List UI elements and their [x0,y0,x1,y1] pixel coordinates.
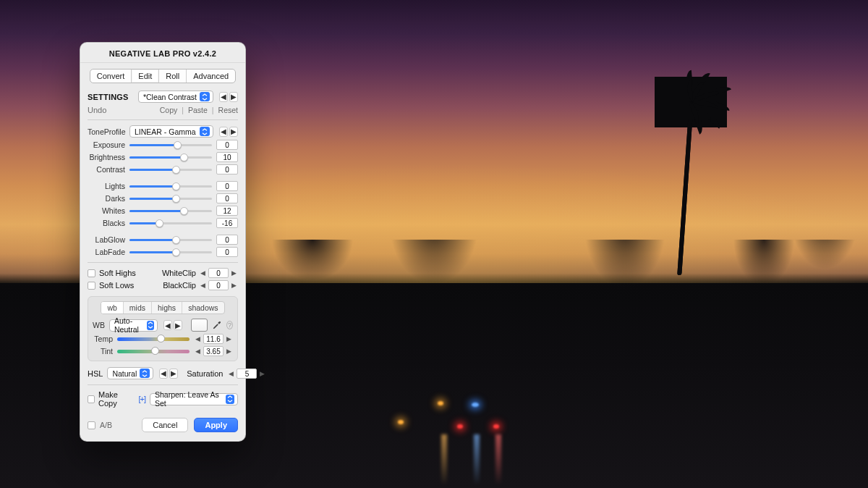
blacks-value: -16 [216,218,238,228]
temp-label: Temp [93,335,113,343]
labfade-slider[interactable] [129,247,212,257]
whiteclip-label: WhiteClip [162,269,196,277]
sharpen-value: Sharpen: Leave As Set [155,390,223,408]
settings-section: SETTINGS *Clean Contrast ◀ ▶ Undo Copy| … [80,88,245,412]
subtab-shadows[interactable]: shadows [182,302,224,314]
reflection-red [495,434,501,485]
blackclip-stepper[interactable]: ◀0▶ [199,280,238,290]
dialog-title: NEGATIVE LAB PRO v2.4.2 [109,49,217,58]
tone-prev[interactable]: ◀ [219,127,228,137]
exposure-label: Exposure [88,140,125,149]
darks-value: 0 [216,193,238,203]
hsl-prev[interactable]: ◀ [159,369,168,379]
brightness-slider[interactable] [129,152,212,162]
sharpen-select[interactable]: Sharpen: Leave As Set [150,393,238,405]
toneprofile-select[interactable]: LINEAR - Gamma [129,125,213,138]
soft-lows-label: Soft Lows [99,281,134,290]
copy-link[interactable]: Copy [160,106,178,114]
wb-subtabs: wb mids highs shadows [101,301,224,314]
vehicle-light-red [493,424,499,429]
vehicle-light-amber [398,420,404,424]
wb-swatch[interactable] [191,319,208,332]
lights-value: 0 [216,181,238,191]
preset-next[interactable]: ▶ [229,92,238,102]
tab-advanced[interactable]: Advanced [187,70,235,83]
tab-convert[interactable]: Convert [90,70,132,83]
caret-icon [147,321,154,330]
reflection-amber [441,434,447,485]
paste-link[interactable]: Paste [188,106,208,114]
wb-mode-select[interactable]: Auto-Neutral [109,319,158,332]
brightness-value: 10 [216,152,238,162]
main-tabs: Convert Edit Roll Advanced [90,69,236,83]
hsl-mode-value: Natural [112,369,137,378]
whites-value: 12 [216,206,238,216]
apply-button[interactable]: Apply [194,418,238,432]
darks-slider[interactable] [129,193,212,203]
wb-mode-value: Auto-Neutral [114,316,144,334]
contrast-label: Contrast [88,165,125,174]
wb-section: wb mids highs shadows WB Auto-Neutral ◀▶… [88,296,238,361]
preset-select[interactable]: *Clean Contrast [138,91,213,103]
settings-label: SETTINGS [88,93,129,101]
toneprofile-value: LINEAR - Gamma [135,127,197,136]
make-copy-check[interactable]: Make Copy [88,390,134,408]
palm-fronds-2 [665,85,716,120]
sharpen-bracket[interactable]: [+] [138,395,145,403]
darks-label: Darks [88,194,125,203]
labglow-slider[interactable] [129,235,212,245]
toneprofile-label: ToneProfile [88,127,125,136]
vehicle-light-red-2 [457,424,463,429]
subtab-wb[interactable]: wb [101,302,123,314]
hsl-next[interactable]: ▶ [169,369,178,379]
cancel-button[interactable]: Cancel [142,418,188,432]
caret-icon [200,127,210,136]
reset-link[interactable]: Reset [218,106,238,114]
hsl-mode-select[interactable]: Natural [107,367,153,379]
tab-roll[interactable]: Roll [159,70,187,83]
tone-next[interactable]: ▶ [229,127,238,137]
preset-prev[interactable]: ◀ [219,92,228,102]
soft-lows-check[interactable]: Soft Lows [88,281,134,290]
temp-slider[interactable] [117,334,190,344]
hsl-label: HSL [88,369,103,378]
whiteclip-stepper[interactable]: ◀0▶ [199,268,238,278]
temp-value: 11.6 [203,334,224,344]
preset-nav: ◀ ▶ [219,92,238,102]
wb-next[interactable]: ▶ [174,320,182,330]
wb-prev[interactable]: ◀ [163,320,172,330]
make-copy-label: Make Copy [98,390,134,408]
contrast-slider[interactable] [129,164,212,174]
vehicle-light-blue [472,403,479,407]
exposure-value: 0 [216,140,238,150]
help-icon[interactable]: ? [226,321,233,329]
exposure-slider[interactable] [129,140,212,150]
eyedropper-icon[interactable] [212,319,222,331]
undo-link[interactable]: Undo [88,106,106,114]
tint-value: 3.65 [203,346,224,356]
labglow-label: LabGlow [88,235,125,244]
blackclip-label: BlackClip [163,281,196,290]
dialog-footer: A/B Cancel Apply [80,412,245,441]
lights-slider[interactable] [129,181,212,191]
labfade-value: 0 [216,247,238,257]
subtab-mids[interactable]: mids [124,302,152,314]
nlp-dialog: NEGATIVE LAB PRO v2.4.2 Convert Edit Rol… [80,42,246,442]
whites-label: Whites [88,206,125,215]
brightness-label: Brightness [88,153,125,161]
soft-highs-check[interactable]: Soft Highs [88,269,136,277]
saturation-label: Saturation [187,369,223,378]
soft-highs-label: Soft Highs [99,269,136,277]
tint-slider[interactable] [117,346,190,356]
caret-icon [140,369,150,378]
lights-label: Lights [88,182,125,190]
labglow-value: 0 [216,235,238,245]
titlebar: NEGATIVE LAB PRO v2.4.2 [80,43,245,63]
tab-edit[interactable]: Edit [132,70,159,83]
blacks-slider[interactable] [129,218,212,228]
subtab-highs[interactable]: highs [152,302,182,314]
saturation-stepper[interactable]: ◀5▶ [227,369,266,379]
ab-toggle[interactable]: A/B [88,421,112,429]
whites-slider[interactable] [129,206,212,216]
contrast-value: 0 [216,164,238,174]
